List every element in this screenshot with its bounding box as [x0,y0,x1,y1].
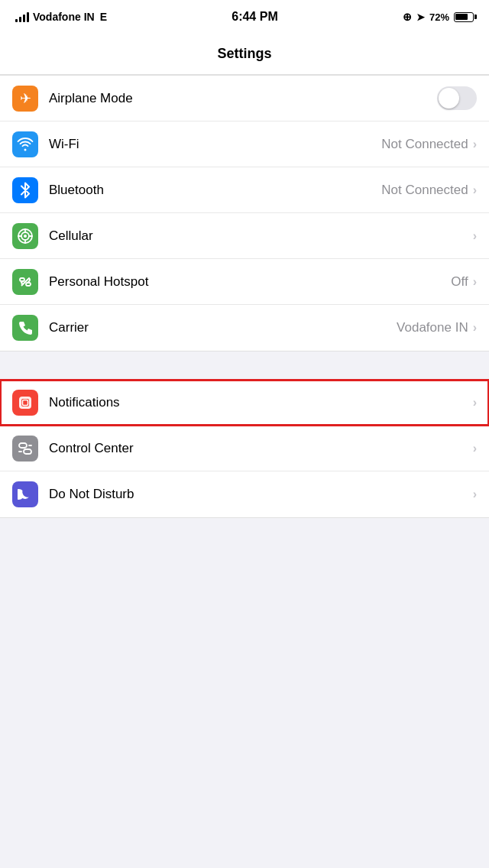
svg-rect-13 [24,449,31,454]
carrier-name: Vodafone IN [33,11,95,23]
status-right: ⊕ ➤ 72% [403,11,474,23]
control-center-label: Control Center [49,441,468,456]
wifi-icon [12,131,38,157]
svg-point-2 [24,235,27,238]
airplane-mode-label: Airplane Mode [49,91,437,106]
do-not-disturb-chevron: › [473,487,477,501]
carrier-icon [12,315,38,341]
battery-percent: 72% [429,11,449,23]
row-notifications[interactable]: Notifications › [0,380,489,426]
bar4 [27,12,29,22]
cellular-label: Cellular [49,228,468,244]
bluetooth-value: Not Connected [381,183,468,198]
row-control-center[interactable]: Control Center › [0,426,489,471]
svg-rect-8 [26,283,31,286]
hotspot-value: Off [451,274,468,290]
hotspot-chevron: › [473,275,477,289]
carrier-label: Carrier [49,320,397,335]
nav-header: Settings [0,34,489,75]
airplane-mode-toggle[interactable] [437,86,477,110]
toggle-knob [439,88,459,108]
bar3 [23,15,25,22]
cellular-icon [12,223,38,249]
page-title: Settings [217,46,271,62]
notifications-label: Notifications [49,395,468,410]
notifications-chevron: › [473,396,477,410]
airplane-mode-icon: ✈ [12,86,38,112]
hotspot-label: Personal Hotspot [49,274,451,290]
cellular-chevron: › [473,229,477,243]
row-carrier[interactable]: Carrier Vodafone IN › [0,305,489,351]
navigation-icon: ➤ [416,11,425,23]
signal-bars [15,11,29,22]
bar2 [19,17,21,22]
wifi-chevron: › [473,138,477,151]
notifications-icon [12,390,38,416]
status-left: Vodafone IN E [15,11,107,23]
section-connectivity: ✈ Airplane Mode Wi-Fi Not Connected › [0,75,489,351]
do-not-disturb-icon [12,481,38,507]
hotspot-icon [12,269,38,295]
row-do-not-disturb[interactable]: Do Not Disturb › [0,471,489,517]
row-wifi[interactable]: Wi-Fi Not Connected › [0,121,489,167]
status-time: 6:44 PM [232,10,277,24]
location-icon: ⊕ [403,11,412,23]
row-bluetooth[interactable]: Bluetooth Not Connected › [0,167,489,213]
wifi-value: Not Connected [381,137,468,152]
carrier-value: Vodafone IN [397,320,468,335]
row-cellular[interactable]: Cellular › [0,213,489,259]
wifi-label: Wi-Fi [49,137,381,152]
svg-rect-7 [20,278,24,281]
status-bar: Vodafone IN E 6:44 PM ⊕ ➤ 72% [0,0,489,34]
bluetooth-label: Bluetooth [49,183,381,198]
svg-rect-12 [19,443,27,448]
bluetooth-icon [12,177,38,203]
section-gap-1 [0,351,489,379]
bar1 [15,19,18,22]
bluetooth-chevron: › [473,183,477,197]
row-personal-hotspot[interactable]: Personal Hotspot Off › [0,259,489,305]
section-system: Notifications › Control Center › Do Not … [0,379,489,518]
control-center-icon [12,436,38,462]
row-airplane-mode[interactable]: ✈ Airplane Mode [0,76,489,121]
battery-icon [454,12,474,22]
control-center-chevron: › [473,442,477,455]
network-type: E [100,11,107,23]
do-not-disturb-label: Do Not Disturb [49,487,468,502]
bottom-spacer [0,518,489,579]
carrier-chevron: › [473,321,477,335]
